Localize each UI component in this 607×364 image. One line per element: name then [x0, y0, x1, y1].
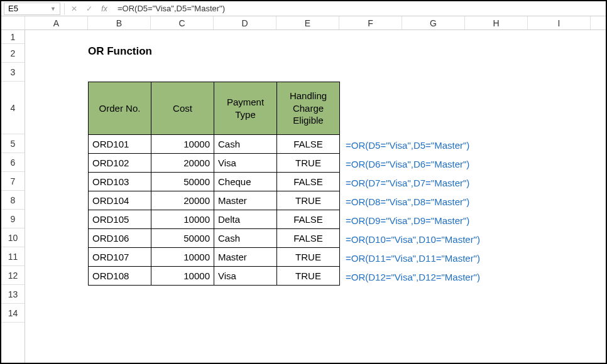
chevron-down-icon[interactable]: ▼ — [50, 6, 56, 12]
cancel-formula-icon[interactable]: ✕ — [68, 3, 80, 14]
cell-payment[interactable]: Cash — [214, 135, 277, 154]
cell-cost[interactable]: 50000 — [151, 173, 214, 191]
select-all-corner[interactable] — [1, 16, 25, 29]
cell-order-no[interactable]: ORD106 — [89, 229, 151, 248]
th-order-no[interactable]: Order No. — [89, 82, 151, 135]
col-header-A[interactable]: A — [25, 16, 88, 29]
formula-input[interactable]: =OR(D5="Visa",D5="Master") — [114, 4, 603, 13]
data-table: Order No. Cost Payment Type Handling Cha… — [88, 82, 340, 286]
cell-order-no[interactable]: ORD107 — [89, 248, 151, 267]
cell-order-no[interactable]: ORD104 — [89, 191, 151, 210]
fx-icon[interactable]: fx — [99, 3, 110, 14]
col-header-E[interactable]: E — [276, 16, 339, 29]
formula-text[interactable]: =OR(D12="Visa",D12="Master") — [343, 267, 480, 286]
formula-display-column: =OR(D5="Visa",D5="Master") =OR(D6="Visa"… — [343, 136, 480, 286]
cell-payment[interactable]: Cheque — [214, 173, 277, 191]
formula-text[interactable]: =OR(D5="Visa",D5="Master") — [343, 136, 480, 154]
cell-cost[interactable]: 20000 — [151, 191, 214, 210]
table-row: ORD104 20000 Master TRUE — [89, 191, 340, 210]
table-row: ORD101 10000 Cash FALSE — [89, 135, 340, 154]
table-body: ORD101 10000 Cash FALSE ORD102 20000 Vis… — [89, 135, 340, 286]
cell-payment[interactable]: Visa — [214, 154, 277, 173]
table-row: ORD102 20000 Visa TRUE — [89, 154, 340, 173]
row-header-9[interactable]: 9 — [1, 210, 25, 228]
row-header-8[interactable]: 8 — [1, 191, 25, 210]
table-row: ORD106 50000 Cash FALSE — [89, 229, 340, 248]
row-header-12[interactable]: 12 — [1, 266, 25, 285]
cell-payment[interactable]: Delta — [214, 210, 277, 229]
cell-eligible[interactable]: FALSE — [277, 173, 340, 191]
cell-payment[interactable]: Visa — [214, 267, 277, 286]
row-headers: 1 2 3 4 5 6 7 8 9 10 11 12 13 14 — [1, 30, 25, 363]
row-header-10[interactable]: 10 — [1, 228, 25, 247]
th-handling-charge[interactable]: Handling Charge Eligible — [277, 82, 340, 135]
table-row: ORD108 10000 Visa TRUE — [89, 267, 340, 286]
cell-eligible[interactable]: TRUE — [277, 248, 340, 267]
formula-text[interactable]: =OR(D6="Visa",D6="Master") — [343, 154, 480, 173]
cell-eligible[interactable]: FALSE — [277, 210, 340, 229]
th-cost[interactable]: Cost — [151, 82, 214, 135]
cell-order-no[interactable]: ORD101 — [89, 135, 151, 154]
col-header-G[interactable]: G — [402, 16, 465, 29]
row-header-11[interactable]: 11 — [1, 247, 25, 266]
table-row: ORD103 50000 Cheque FALSE — [89, 173, 340, 191]
col-header-I[interactable]: I — [528, 16, 591, 29]
table-row: ORD105 10000 Delta FALSE — [89, 210, 340, 229]
row-header-4[interactable]: 4 — [1, 82, 25, 134]
cell-eligible[interactable]: TRUE — [277, 191, 340, 210]
accept-formula-icon[interactable]: ✓ — [84, 3, 95, 14]
row-header-7[interactable]: 7 — [1, 172, 25, 191]
cell-order-no[interactable]: ORD105 — [89, 210, 151, 229]
cell-eligible[interactable]: FALSE — [277, 229, 340, 248]
row-header-2[interactable]: 2 — [1, 44, 25, 63]
table-row: ORD107 10000 Master TRUE — [89, 248, 340, 267]
cell-eligible[interactable]: TRUE — [277, 154, 340, 173]
cell-order-no[interactable]: ORD108 — [89, 267, 151, 286]
col-header-C[interactable]: C — [151, 16, 214, 29]
formula-text[interactable]: =OR(D10="Visa",D10="Master") — [343, 230, 480, 249]
row-header-14[interactable]: 14 — [1, 304, 25, 323]
formula-text[interactable]: =OR(D9="Visa",D9="Master") — [343, 211, 480, 230]
name-box[interactable]: E5 ▼ — [4, 3, 60, 15]
column-headers: A B C D E F G H I — [1, 16, 606, 30]
formula-text[interactable]: =OR(D7="Visa",D7="Master") — [343, 173, 480, 192]
th-payment-type[interactable]: Payment Type — [214, 82, 277, 135]
cell-cost[interactable]: 20000 — [151, 154, 214, 173]
page-title: OR Function — [88, 45, 152, 58]
cell-order-no[interactable]: ORD102 — [89, 154, 151, 173]
col-header-D[interactable]: D — [214, 16, 276, 29]
cell-order-no[interactable]: ORD103 — [89, 173, 151, 191]
cell-eligible[interactable]: TRUE — [277, 267, 340, 286]
row-header-13[interactable]: 13 — [1, 285, 25, 304]
cell-cost[interactable]: 10000 — [151, 248, 214, 267]
spreadsheet-grid[interactable]: OR Function Order No. Cost Payment Type … — [25, 30, 606, 363]
col-header-H[interactable]: H — [465, 16, 528, 29]
col-header-F[interactable]: F — [339, 16, 402, 29]
formula-text[interactable]: =OR(D11="Visa",D11="Master") — [343, 249, 480, 267]
cell-payment[interactable]: Cash — [214, 229, 277, 248]
cell-cost[interactable]: 10000 — [151, 135, 214, 154]
formula-bar: E5 ▼ ✕ ✓ fx =OR(D5="Visa",D5="Master") — [1, 1, 606, 16]
cell-eligible[interactable]: FALSE — [277, 135, 340, 154]
cell-cost[interactable]: 10000 — [151, 267, 214, 286]
cell-cost[interactable]: 50000 — [151, 229, 214, 248]
cell-payment[interactable]: Master — [214, 248, 277, 267]
row-header-1[interactable]: 1 — [1, 30, 25, 44]
col-header-B[interactable]: B — [88, 16, 151, 29]
row-header-6[interactable]: 6 — [1, 153, 25, 172]
row-header-3[interactable]: 3 — [1, 63, 25, 82]
separator — [64, 3, 65, 14]
name-box-value: E5 — [8, 4, 18, 13]
row-header-5[interactable]: 5 — [1, 134, 25, 153]
cell-cost[interactable]: 10000 — [151, 210, 214, 229]
formula-text[interactable]: =OR(D8="Visa",D8="Master") — [343, 192, 480, 211]
cell-payment[interactable]: Master — [214, 191, 277, 210]
